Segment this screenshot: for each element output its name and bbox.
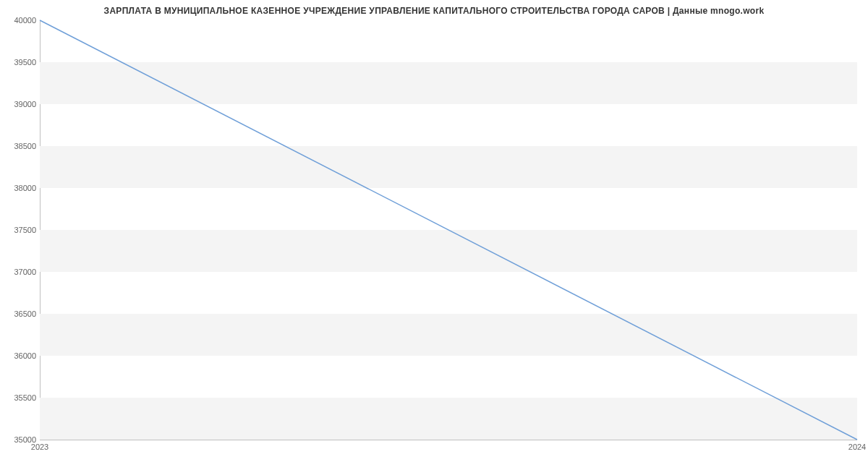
- y-tick-label: 37000: [4, 268, 36, 276]
- line-layer: [40, 20, 857, 440]
- chart-title: ЗАРПЛАТА В МУНИЦИПАЛЬНОЕ КАЗЕННОЕ УЧРЕЖД…: [0, 6, 868, 16]
- y-tick-label: 39000: [4, 100, 36, 108]
- chart-container: ЗАРПЛАТА В МУНИЦИПАЛЬНОЕ КАЗЕННОЕ УЧРЕЖД…: [0, 0, 868, 470]
- y-tick-label: 36500: [4, 309, 36, 318]
- y-tick-label: 38000: [4, 184, 36, 192]
- y-tick-label: 38500: [4, 142, 36, 150]
- x-tick-label: 2024: [848, 443, 866, 451]
- y-tick-label: 35500: [4, 393, 36, 402]
- x-tick-label: 2023: [31, 443, 48, 451]
- y-tick-label: 39500: [4, 58, 36, 67]
- y-tick-label: 36000: [4, 351, 36, 360]
- y-tick-label: 37500: [4, 226, 36, 234]
- y-tick-label: 40000: [4, 16, 36, 25]
- plot-area: [40, 20, 857, 440]
- data-series-line: [40, 20, 857, 440]
